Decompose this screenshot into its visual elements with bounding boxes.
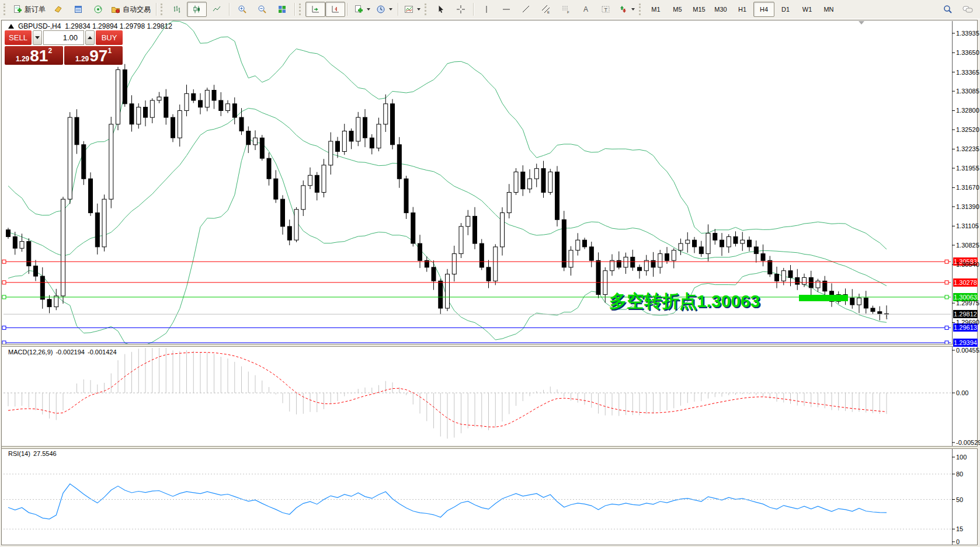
auto-scroll-button[interactable] — [305, 2, 325, 17]
arrows-icon — [618, 5, 628, 14]
autotrade-label: 自动交易 — [123, 5, 151, 15]
clock-icon — [376, 5, 385, 14]
autotrade-icon — [111, 5, 120, 14]
zoom-out-button[interactable] — [252, 2, 272, 17]
new-chart-icon — [354, 5, 363, 14]
timeframe-button-M30[interactable]: M30 — [710, 2, 731, 17]
chart-shift-icon — [331, 5, 340, 14]
toolbar-grip[interactable] — [425, 4, 428, 15]
bar-chart-icon — [172, 5, 182, 14]
cursor-icon — [436, 5, 446, 14]
toolbar-grip[interactable] — [639, 4, 642, 15]
toolbar-grip[interactable] — [4, 4, 7, 15]
svg-text:F: F — [567, 11, 569, 14]
new-chart-dropdown-caret[interactable] — [367, 8, 370, 11]
horizontal-line-button[interactable] — [496, 2, 516, 17]
cursor-button[interactable] — [431, 2, 451, 17]
fibonacci-button[interactable]: F — [556, 2, 576, 17]
trendline-icon — [522, 5, 531, 14]
market-watch-button[interactable] — [48, 2, 68, 17]
timeframe-button-M15[interactable]: M15 — [689, 2, 710, 17]
chat-icon — [962, 5, 973, 14]
text-button[interactable]: A — [576, 2, 596, 17]
rsi-panel-area[interactable] — [4, 450, 951, 543]
timeframe-button-H4[interactable]: H4 — [753, 2, 774, 17]
new-chart-button[interactable] — [351, 2, 373, 17]
timeframe-button-M5[interactable]: M5 — [667, 2, 688, 17]
text-label-button[interactable]: T — [596, 2, 616, 17]
equidistant-channel-icon: E — [541, 5, 551, 14]
timeframe-button-D1[interactable]: D1 — [775, 2, 796, 17]
price-axis[interactable] — [952, 21, 979, 543]
zoom-in-icon — [238, 5, 247, 14]
tile-windows-icon — [277, 5, 287, 14]
svg-text:A: A — [583, 5, 588, 13]
indicators-button[interactable] — [401, 2, 423, 17]
indicators-icon — [404, 5, 413, 14]
timeframe-toolbar: M1M5M15M30H1H4D1W1MN — [645, 2, 839, 17]
data-window-icon — [74, 5, 83, 14]
macd-panel-area[interactable] — [4, 346, 951, 445]
new-order-label: 新订单 — [25, 5, 46, 15]
new-order-icon — [13, 5, 22, 14]
navigator-icon — [93, 5, 103, 14]
toolbar-grip[interactable] — [299, 4, 303, 15]
search-button[interactable] — [938, 2, 958, 17]
crosshair-button[interactable] — [451, 2, 471, 17]
horizontal-line-icon — [502, 5, 511, 14]
vertical-line-icon — [482, 5, 491, 14]
fibonacci-icon: F — [561, 5, 571, 14]
zoom-out-icon — [258, 5, 267, 14]
toolbar-grip[interactable] — [161, 4, 164, 15]
line-chart-icon — [212, 5, 221, 14]
navigator-button[interactable] — [88, 2, 108, 17]
zoom-in-button[interactable] — [232, 2, 252, 17]
market-watch-icon — [54, 5, 63, 14]
auto-scroll-icon — [311, 5, 320, 14]
timeframe-button-H1[interactable]: H1 — [732, 2, 753, 17]
chart-plot-area[interactable] — [4, 21, 951, 343]
trendline-button[interactable] — [516, 2, 536, 17]
search-icon — [943, 5, 953, 14]
timeframe-button-MN[interactable]: MN — [818, 2, 839, 17]
arrows-dropdown-caret[interactable] — [631, 8, 635, 11]
chart-candles-button[interactable] — [187, 2, 207, 17]
mt4-terminal: 新订单 自动交易 — [0, 0, 980, 547]
candlestick-icon — [192, 5, 201, 14]
indicators-dropdown-caret[interactable] — [417, 8, 421, 11]
chart-bars-button[interactable] — [167, 2, 187, 17]
period-dropdown-caret[interactable] — [389, 8, 392, 11]
chart-shift-button[interactable] — [325, 2, 345, 17]
chat-button[interactable] — [958, 2, 978, 17]
timeframe-button-W1[interactable]: W1 — [797, 2, 818, 17]
new-order-button[interactable]: 新订单 — [10, 2, 48, 17]
vertical-line-button[interactable] — [477, 2, 496, 17]
timeframe-button-M1[interactable]: M1 — [645, 2, 666, 17]
period-button[interactable] — [373, 2, 395, 17]
main-toolbar: 新订单 自动交易 — [0, 0, 980, 19]
crosshair-icon — [456, 5, 465, 14]
text-label-icon: T — [601, 5, 610, 14]
svg-text:E: E — [547, 11, 550, 14]
svg-text:T: T — [604, 7, 608, 13]
arrows-button[interactable] — [616, 2, 638, 17]
autotrade-button[interactable]: 自动交易 — [108, 2, 154, 17]
text-a-icon: A — [581, 5, 590, 14]
channel-button[interactable]: E — [536, 2, 556, 17]
tile-windows-button[interactable] — [272, 2, 292, 17]
chart-line-button[interactable] — [207, 2, 227, 17]
data-window-button[interactable] — [68, 2, 88, 17]
